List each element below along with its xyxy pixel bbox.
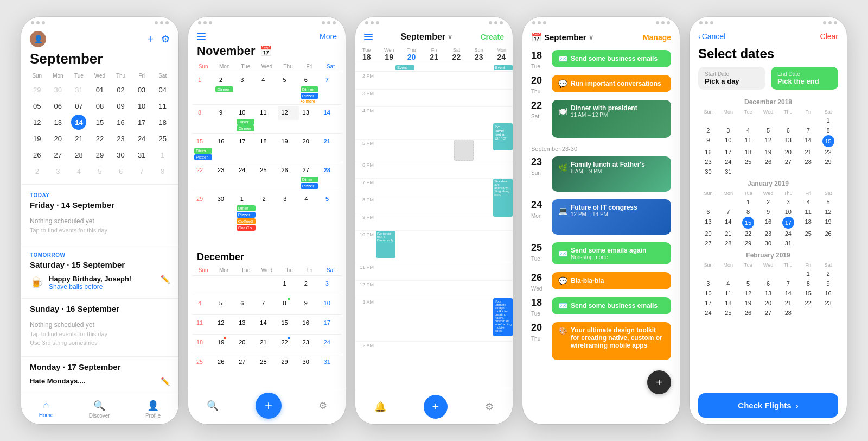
avatar[interactable]: 👤 [30,31,46,47]
beer-icon: 🍺 [30,276,43,289]
event-row-23: 23Sun 🌿 Family lunch at Father's8 AM – 9… [522,154,680,197]
bottom-nav-1: ⌂ Home 🔍 Discover 👤 Profile [21,395,178,424]
s5-header: ‹ Cancel Clear [690,27,847,44]
event-row-22: 22Sat 🍽️ Dinner with president11 AM – 12… [522,98,680,143]
dow-row: Sun Mon Tue Wed Thu Fri Sat [27,72,173,80]
bottom-nav-3: 🔔 + ⚙ [355,390,513,424]
calendar-icon: 📅 [531,32,542,42]
settings-button[interactable]: ⚙ [318,393,327,419]
today-day-heading: Friday · 14 September [21,199,178,212]
monday-event[interactable]: Hate Mondays.... ✏️ [21,374,178,389]
tomorrow-label: TOMORROW [21,249,178,259]
bell-icon[interactable]: 🔔 [374,401,386,413]
event-row-26: 26Wed 💬 Bla-bla-bla [522,270,680,295]
nav-discover[interactable]: 🔍 Discover [89,400,110,419]
no-event-today: Nothing scheduled yet Tap to find events… [21,212,178,240]
s3-menu-button[interactable] [364,34,373,40]
event-card-congress[interactable]: 💻 Future of IT congress12 PM – 14 PM [552,199,671,235]
cancel-button[interactable]: ‹ Cancel [698,32,725,41]
more-button[interactable]: More [320,32,337,41]
monday-heading: Monday · 17 September [21,361,178,374]
clear-button[interactable]: Clear [820,32,838,41]
fab-add[interactable]: + [256,393,282,419]
timeline: 2 PM 3 PM 4 PM I've never had a Dinner 5… [355,72,513,390]
sunday-heading: Sunday · 16 September [21,303,178,316]
event-title: Happy Birthday, Joseph! [49,275,131,283]
start-date-picker[interactable]: Start Date Pick a day [698,67,765,90]
event-row-24: 24Mon 💻 Future of IT congress12 PM – 14 … [522,197,680,240]
s4-month-title: 📅 September ∨ [531,32,593,42]
nav-profile[interactable]: 👤 Profile [145,400,161,419]
discover-icon: 🔍 [93,400,105,412]
check-flights-button[interactable]: Check Flights › [698,393,838,418]
nav-home[interactable]: ⌂ Home [39,400,54,419]
add-event-button[interactable]: + [147,33,154,46]
event-card-dinner[interactable]: 🍽️ Dinner with president11 AM – 12 PM [552,100,671,138]
today-label: TODAY [21,189,178,199]
phone-frame-1: 👤 + ⚙ September Sun Mon Tue Wed Thu Fri … [21,17,178,424]
bottom-nav-2: 🔍 + ⚙ [188,388,346,424]
event-row-25: 25Tue ✉️ Send some emails againNon-stop … [522,240,680,270]
s2-calendar-grid: Sun Mon Tue Wed Thu Fri Sat 1 2Dinner 3 … [188,62,346,247]
event-card-emails-again[interactable]: ✉️ Send some emails againNon-stop mode [552,242,671,264]
s4-section-label: September 23-30 [522,143,680,154]
edit-icon[interactable]: ✏️ [161,275,170,284]
manage-button[interactable]: Manage [643,33,671,42]
month-title: September [21,51,178,72]
monday-edit-icon[interactable]: ✏️ [161,377,170,386]
phone-frame-4: 📅 September ∨ Manage 18Tue ✉️ Send some … [522,17,680,424]
s5-title: Select dates [690,44,847,67]
search-button[interactable]: 🔍 [207,393,219,419]
phone-frame-3: September ∨ Create Tue18 Wen19 Thu20 Fri… [355,17,513,424]
status-bar-5 [690,17,847,27]
tomorrow-day-heading: Saturday · 15 September [21,259,178,272]
event-row-18-email: 18Tue ✉️ Send some business emails [522,48,680,73]
feb-2019-calendar: February 2019 SunMonTueWedThuFriSat 12 3… [692,248,845,318]
calendar-grid-1: Sun Mon Tue Wed Thu Fri Sat 293031 01020… [21,72,178,180]
event-row-18b: 18Tue ✉️ Send some business emails [522,295,680,320]
menu-button[interactable] [197,33,206,40]
event-card-conversations[interactable]: 💬 Run important conversations [552,75,671,92]
event-subtitle: Shave balls before [49,283,131,291]
arrow-right-icon: › [796,401,799,410]
event-row-20: 20Thu 💬 Run important conversations [522,73,680,98]
event-card-bla[interactable]: 💬 Bla-bla-bla [552,272,671,289]
birthday-event[interactable]: 🍺 Happy Birthday, Joseph! Shave balls be… [21,272,178,294]
s3-header: September ∨ Create [355,27,513,45]
mini-calendars: December 2018 SunMonTueWedThuFriSat 1 23… [690,95,847,387]
s3-month-title: September ∨ [400,32,452,42]
event-list: 18Tue ✉️ Send some business emails 20Thu [522,46,680,424]
event-card-toolkit[interactable]: 🎨 Your ultimate design toolkit for creat… [552,322,671,360]
event-card-email-b[interactable]: ✉️ Send some business emails [552,297,671,314]
monday-event-title: Hate Mondays.... [30,377,155,385]
s4-fab[interactable]: + [647,370,671,394]
status-bar-2 [188,17,346,27]
s1-header: 👤 + ⚙ [21,27,178,51]
create-button[interactable]: Create [480,33,504,41]
status-bar-1 [21,17,178,27]
home-icon: ⌂ [43,400,49,411]
s3-settings-icon[interactable]: ⚙ [485,401,494,413]
end-date-picker[interactable]: End Date Pick the end [771,67,838,90]
event-row-20b: 20Thu 🎨 Your ultimate design toolkit for… [522,320,680,366]
profile-icon: 👤 [147,400,159,412]
calendar-icon: 📅 [260,45,272,57]
settings-button[interactable]: ⚙ [161,33,170,45]
s2-header: More [188,27,346,44]
today-date[interactable]: 14 [71,115,86,130]
event-card-family[interactable]: 🌿 Family lunch at Father's8 AM – 9 PM [552,156,671,192]
phone-frame-5: ‹ Cancel Clear Select dates Start Date P… [690,17,847,424]
status-bar-4 [522,17,680,27]
s2-dec-grid: Sun Mon Tue Wed Thu Fri Sat 1 2 3 4 5 6 … [188,266,346,388]
s3-fab[interactable]: + [424,395,448,419]
no-event-sunday: Nothing scheduled yet Tap to find events… [21,316,178,352]
week-header: Tue18 Wen19 Thu20 Fri21 Sat22 Sun23 Mon2… [355,45,513,64]
s2-month-title: November 📅 [188,44,346,62]
status-bar-3 [355,17,513,27]
jan-2019-calendar: January 2019 SunMonTueWedThuFriSat 12345… [692,177,845,248]
week-event-chips: Event Event [355,64,513,72]
phone-frame-2: More November 📅 Sun Mon Tue Wed Thu Fri … [188,17,346,424]
date-pickers: Start Date Pick a day End Date Pick the … [690,67,847,95]
dec-2018-calendar: December 2018 SunMonTueWedThuFriSat 1 23… [692,95,845,177]
event-card-email[interactable]: ✉️ Send some business emails [552,50,671,67]
